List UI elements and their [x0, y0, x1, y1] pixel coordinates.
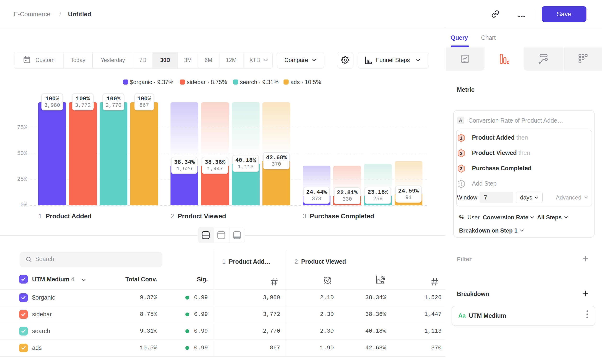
svg-text:3: 3 — [460, 166, 462, 171]
svg-text:1: 1 — [460, 136, 462, 140]
svg-text:2: 2 — [460, 151, 462, 156]
